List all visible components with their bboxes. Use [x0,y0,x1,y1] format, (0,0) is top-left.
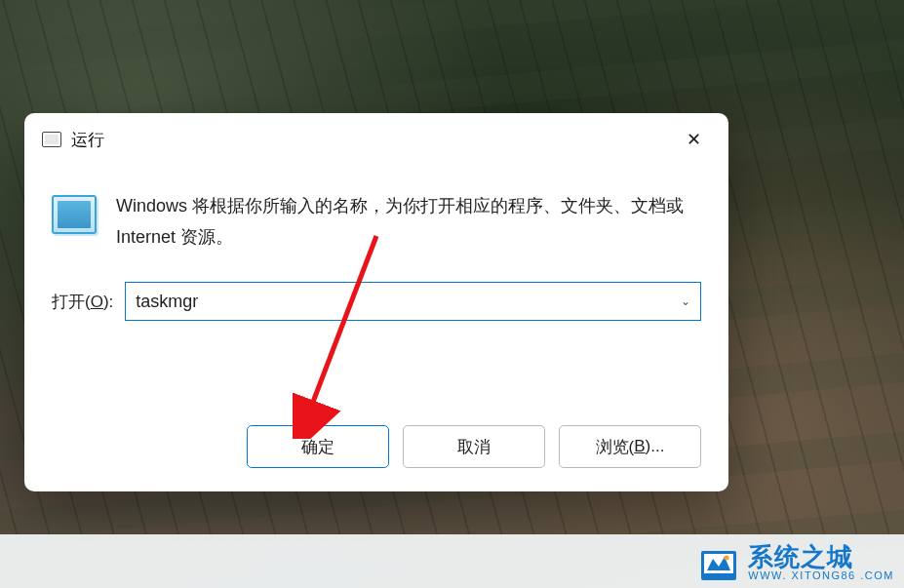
run-dialog: 运行 ✕ Windows 将根据你所输入的名称，为你打开相应的程序、文件夹、文档… [24,113,728,491]
button-row: 确定 取消 浏览(B)... [24,410,728,491]
dialog-title: 运行 [71,129,676,151]
dialog-description: Windows 将根据你所输入的名称，为你打开相应的程序、文件夹、文档或 Int… [116,191,701,253]
watermark: 系统之城 WWW. XITONG86 .COM [697,541,894,584]
run-program-icon [52,195,97,234]
browse-button[interactable]: 浏览(B)... [559,425,701,468]
open-input[interactable] [136,292,681,312]
titlebar: 运行 ✕ [24,113,728,162]
ok-button[interactable]: 确定 [247,425,389,468]
open-combobox[interactable]: ⌄ [125,282,701,321]
close-icon: ✕ [687,131,701,148]
svg-point-4 [725,556,729,561]
run-titlebar-icon [42,132,61,147]
dialog-body: Windows 将根据你所输入的名称，为你打开相应的程序、文件夹、文档或 Int… [24,162,728,410]
close-button[interactable]: ✕ [676,122,711,157]
watermark-logo-icon [697,541,740,584]
chevron-down-icon[interactable]: ⌄ [681,294,690,308]
watermark-title: 系统之城 [748,544,894,570]
cancel-button[interactable]: 取消 [403,425,545,468]
watermark-url: WWW. XITONG86 .COM [748,570,894,582]
open-label: 打开(O): [52,291,113,313]
